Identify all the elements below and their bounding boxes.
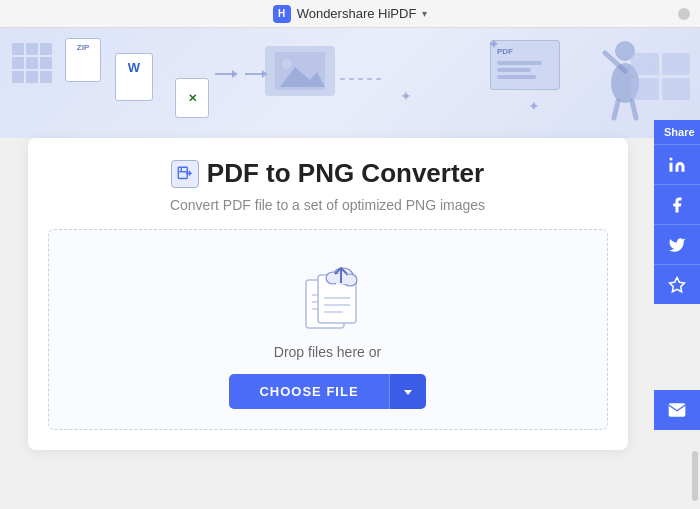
window-close-button[interactable] — [678, 8, 690, 20]
drop-text: Drop files here or — [274, 344, 381, 360]
title-bar: H Wondershare HiPDF ▾ — [0, 0, 700, 28]
share-label: Share — [654, 120, 700, 144]
svg-marker-24 — [670, 277, 685, 291]
scrollbar-indicator[interactable] — [692, 451, 698, 501]
main-content: PDF to PNG Converter Convert PDF file to… — [0, 28, 700, 509]
choose-file-row: CHOOSE FILE — [229, 374, 425, 409]
facebook-share-button[interactable] — [654, 184, 700, 224]
email-button[interactable] — [654, 390, 700, 430]
choose-file-dropdown-button[interactable] — [389, 374, 426, 409]
app-icon: H — [273, 5, 291, 23]
svg-point-23 — [670, 157, 673, 160]
content-card: PDF to PNG Converter Convert PDF file to… — [28, 138, 628, 450]
drop-zone[interactable]: Drop files here or CHOOSE FILE — [48, 229, 608, 430]
title-dropdown-icon[interactable]: ▾ — [422, 8, 427, 19]
linkedin-share-button[interactable] — [654, 144, 700, 184]
svg-marker-22 — [404, 390, 412, 395]
twitter-share-button[interactable] — [654, 224, 700, 264]
app-title: Wondershare HiPDF — [297, 6, 417, 21]
converter-subtitle: Convert PDF file to a set of optimized P… — [48, 197, 608, 213]
share-sidebar: Share — [654, 120, 700, 304]
star-button[interactable] — [654, 264, 700, 304]
choose-file-button[interactable]: CHOOSE FILE — [229, 374, 388, 409]
converter-title-row: PDF to PNG Converter — [48, 158, 608, 189]
converter-icon — [171, 160, 199, 188]
upload-illustration — [288, 260, 368, 330]
converter-title: PDF to PNG Converter — [207, 158, 484, 189]
